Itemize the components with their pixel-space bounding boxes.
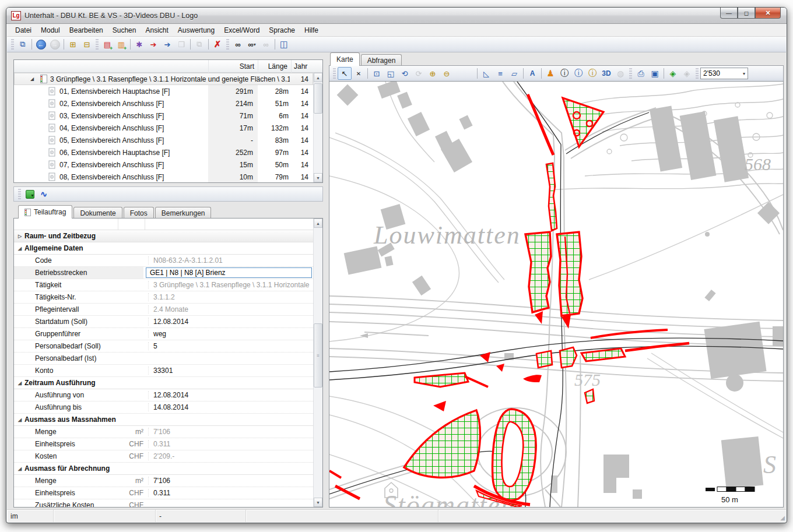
edit-record-button[interactable]: ✱ — [132, 38, 146, 51]
row-personalbedarf-soll[interactable]: Personalbedarf (Soll) 5 — [14, 340, 313, 353]
area-junction-west[interactable] — [536, 351, 552, 368]
tree-row[interactable]: 05, Extensivbereich Anschluss [F] - 83m … — [14, 134, 313, 146]
measure-angle-button[interactable]: ◺ — [479, 67, 493, 80]
zoom-next-button[interactable]: ⟳ — [412, 67, 426, 80]
style-fill-button[interactable]: ◈ — [666, 67, 680, 80]
area-small-east[interactable] — [585, 389, 594, 403]
row-kosten-massnahmen[interactable]: Kosten CHF 2'209.- — [14, 450, 313, 463]
column-header-start[interactable]: Start — [208, 60, 258, 73]
media-button[interactable]: ◍ — [613, 67, 627, 80]
print-map-button[interactable]: ⎙ — [634, 67, 648, 80]
show-on-map-button[interactable]: ▾ — [23, 188, 37, 200]
scroll-down-icon[interactable]: ▼ — [314, 173, 322, 182]
row-menge-massnahmen[interactable]: Menge m² 7'106 — [14, 426, 313, 438]
tab-karte[interactable]: Karte — [330, 52, 360, 66]
detach-record-button[interactable]: ❒ — [174, 38, 188, 51]
map-deselect-button[interactable]: ✕ — [352, 67, 366, 80]
row-menge-abrechnung[interactable]: Menge m² 7'106 — [14, 475, 313, 487]
category-zeitraum[interactable]: ◢ Zeitraum Ausführung — [14, 377, 313, 389]
map-select-button[interactable]: ↖ — [338, 67, 352, 80]
nav-back-button[interactable]: ← — [34, 38, 48, 51]
menu-auswertung[interactable]: Auswertung — [173, 24, 219, 36]
menu-excel-word[interactable]: Excel/Word — [219, 24, 264, 36]
tab-fotos[interactable]: Fotos — [124, 207, 154, 219]
toolbar-grip[interactable] — [226, 39, 229, 50]
scrollbar-thumb[interactable]: ≡ — [314, 323, 322, 387]
tab-teilauftrag[interactable]: Teilauftrag — [18, 205, 72, 219]
area-junction-east[interactable] — [560, 347, 577, 368]
info-button[interactable]: ⓘ — [557, 67, 571, 80]
copy-button[interactable]: ⧉ — [192, 38, 206, 51]
resize-grip-icon[interactable]: ◢ — [780, 515, 785, 521]
tree-row-parent[interactable]: ◢ 3 Grünpflege \ 3.1 Rasenpflege \ 3.1.1… — [14, 73, 313, 85]
label-tool-button[interactable]: A — [525, 67, 539, 80]
category-allgemeine-daten[interactable]: ◢ Allgemeine Daten — [14, 242, 313, 255]
tree-row[interactable]: 04, Extensivbereich Anschluss [F] 17m 13… — [14, 122, 313, 134]
street-view-button[interactable]: ♟ — [543, 67, 557, 80]
scroll-down-icon[interactable]: ▼ — [314, 498, 322, 507]
row-taetigkeits-nr[interactable]: Tätigkeits-Nr. 3.1.1.2 — [14, 291, 313, 304]
maintenance-areas[interactable] — [329, 94, 689, 507]
toolbar-grip[interactable] — [629, 68, 632, 79]
import-record-button[interactable]: ➔ — [146, 38, 160, 51]
toolbar-grip[interactable] — [96, 39, 99, 50]
area-wedge-ramp[interactable] — [415, 373, 468, 387]
menu-datei[interactable]: Datei — [10, 24, 36, 36]
area-strip-west[interactable] — [525, 232, 551, 312]
expanded-arrow-icon[interactable]: ◢ — [17, 380, 23, 386]
profile-chart-button[interactable]: ∿ — [37, 188, 51, 200]
menu-sprache[interactable]: Sprache — [264, 24, 300, 36]
scroll-up-icon[interactable]: ▲ — [314, 219, 322, 228]
info-blue-button[interactable]: ⓘ — [571, 67, 585, 80]
tree-row[interactable]: 08, Extensivbereich Anschluss [F] 10m 79… — [14, 171, 313, 182]
column-header-jahr[interactable]: Jahr — [291, 60, 314, 73]
menu-suchen[interactable]: Suchen — [108, 24, 141, 36]
zoom-extent-button[interactable]: ⊡ — [370, 67, 384, 80]
row-code[interactable]: Code N08-63.2-A-3.1.1.2.01 — [14, 255, 313, 267]
row-startdatum[interactable]: Startdatum (Soll) 12.08.2014 — [14, 316, 313, 328]
search-options-button[interactable]: ∞▾ — [245, 38, 259, 51]
menu-modul[interactable]: Modul — [36, 24, 65, 36]
row-ausfuehrung-von[interactable]: Ausführung von 12.08.2014 — [14, 389, 313, 401]
tree-row[interactable]: 06, Extensivbereich Hauptachse [F] 252m … — [14, 146, 313, 158]
nav-forward-button[interactable]: → — [48, 38, 62, 51]
tree-row[interactable]: 02, Extensivbereich Anschluss [F] 214m 5… — [14, 97, 313, 110]
area-strip-east[interactable] — [557, 232, 583, 316]
category-ausmass-massnahmen[interactable]: ◢ Ausmass aus Massnahmen — [14, 414, 313, 426]
row-personalbedarf-ist[interactable]: Personalbedarf (Ist) — [14, 353, 313, 365]
toolbar-grip[interactable] — [18, 189, 21, 199]
row-pflegeintervall[interactable]: Pflegeintervall 2.4 Monate — [14, 304, 313, 316]
zoom-out-button[interactable]: ⊖ — [440, 67, 454, 80]
expanded-arrow-icon[interactable]: ◢ — [17, 246, 23, 251]
scrollbar-thumb[interactable] — [314, 83, 322, 114]
row-zusaetzliche-kosten[interactable]: Zusätzliche Kosten CHF — [14, 499, 313, 507]
expanded-arrow-icon[interactable]: ◢ — [17, 466, 23, 471]
close-button[interactable]: ✕ — [755, 8, 781, 19]
category-ausmass-abrechnung[interactable]: ◢ Ausmass für Abrechnung — [14, 463, 313, 475]
scale-combobox[interactable]: 2'530 ▾ — [700, 68, 748, 79]
row-einheitspreis-abrechnung[interactable]: Einheitspreis CHF 0.311 — [14, 487, 313, 499]
delete-button[interactable]: ✗ — [210, 38, 224, 51]
zoom-page-button[interactable]: ◱ — [384, 67, 398, 80]
add-subrecord-button[interactable]: ▥+ — [114, 38, 128, 51]
collapse-tree-button[interactable]: ⊟ — [80, 38, 94, 51]
expander-icon[interactable]: ◢ — [29, 76, 35, 82]
row-konto[interactable]: Konto 33301 — [14, 365, 313, 377]
maximize-button[interactable]: ◻ — [738, 8, 755, 19]
row-betriebsstrecken[interactable]: Betriebsstrecken GE1 | N8 | N8 [A] Brien… — [14, 267, 313, 279]
grid-scrollbar[interactable]: ▲ ≡ ▼ — [313, 219, 322, 507]
search-clear-button[interactable]: ∞ — [259, 38, 273, 51]
menu-ansicht[interactable]: Ansicht — [141, 24, 173, 36]
row-gruppenfuehrer[interactable]: Gruppenführer weg — [14, 328, 313, 340]
tab-abfragen[interactable]: Abfragen — [361, 54, 402, 66]
toolbar-grip[interactable] — [333, 68, 336, 79]
minimize-button[interactable]: — — [720, 8, 738, 19]
column-header-laenge[interactable]: Länge — [258, 60, 291, 73]
area-strip-narrow[interactable] — [546, 163, 557, 231]
expanded-arrow-icon[interactable]: ◢ — [17, 417, 23, 422]
tree-row[interactable]: 03, Extensivbereich Anschluss [F] 71m 6m… — [14, 110, 313, 122]
window-navigator-button[interactable]: ⧉ — [16, 38, 30, 51]
toolbar-grip[interactable] — [11, 39, 14, 50]
search-button[interactable]: ∞ — [231, 38, 245, 51]
vertical-splitter[interactable] — [323, 59, 329, 508]
